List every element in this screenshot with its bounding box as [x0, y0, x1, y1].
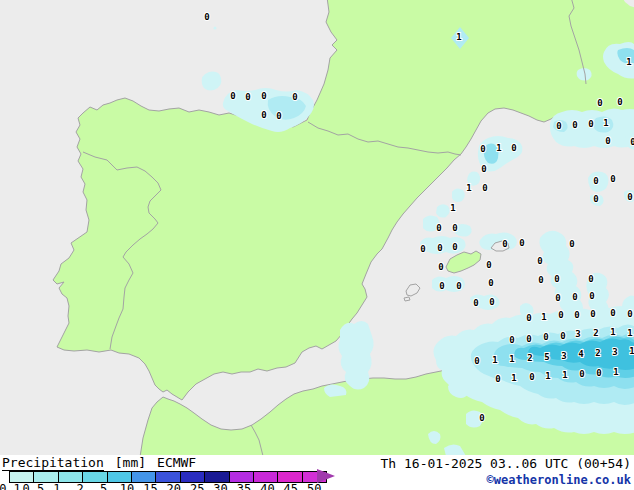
scale-tick-label: 45: [284, 482, 298, 490]
precip-value: 5: [544, 352, 549, 362]
precip-value: 0: [437, 243, 442, 253]
precip-value: 0: [589, 291, 594, 301]
precip-value: 0: [590, 309, 595, 319]
precip-value: 0: [574, 310, 579, 320]
precip-value: 0: [488, 278, 493, 288]
precip-value: 0: [519, 238, 524, 248]
precip-value: 0: [593, 176, 598, 186]
precip-value: 0: [420, 244, 425, 254]
precip-value: 0: [230, 91, 235, 101]
weather-map-screenshot: 0000000110000010001001010000000000000000…: [0, 0, 634, 490]
precip-value: 0: [480, 144, 485, 154]
precip-value: 0: [511, 143, 516, 153]
precip-value: 0: [627, 192, 632, 202]
scale-tick-label: 30: [213, 482, 227, 490]
precip-value: 0: [489, 297, 494, 307]
scale-tick-label: 40: [260, 482, 274, 490]
precip-value: 0: [204, 12, 209, 22]
timestamp: Th 16-01-2025 03..06 UTC (00+54): [381, 456, 631, 471]
precip-value: 0: [482, 183, 487, 193]
precip-value: 0: [597, 98, 602, 108]
precip-value: 0: [486, 260, 491, 270]
precip-value: 0: [526, 313, 531, 323]
precip-value: 1: [509, 354, 514, 364]
precip-value: 0: [537, 256, 542, 266]
precip-value: 0: [276, 111, 281, 121]
precip-value: 0: [292, 92, 297, 102]
scale-tick-label: 20: [167, 482, 181, 490]
precip-value: 1: [466, 183, 471, 193]
precip-value: 0: [495, 374, 500, 384]
precip-value: 0: [569, 239, 574, 249]
precip-value: 1: [492, 355, 497, 365]
scale-tick-label: 0.5: [23, 482, 45, 490]
precip-value: 0: [630, 137, 634, 147]
precip-value: 0: [558, 310, 563, 320]
scale-tick-label: 5: [100, 482, 107, 490]
scale-tick-label: 25: [190, 482, 204, 490]
scale-tick-label: 10: [120, 482, 134, 490]
precip-value: 0: [610, 308, 615, 318]
map-canvas: 0000000110000010001001010000000000000000…: [0, 0, 634, 490]
scale-tick-label: 35: [237, 482, 251, 490]
precip-value: 1: [496, 143, 501, 153]
precip-value: 0: [261, 91, 266, 101]
precip-value: 2: [595, 348, 600, 358]
scale-tick-label: 2: [77, 482, 84, 490]
precip-value: 0: [538, 275, 543, 285]
precip-value: 4: [578, 349, 584, 359]
watermark: ©weatheronline.co.uk: [487, 473, 632, 487]
precip-value: 1: [627, 328, 632, 338]
precip-value: 1: [456, 32, 461, 42]
precip-value: 0: [543, 332, 548, 342]
precip-value: 1: [541, 312, 546, 322]
precip-value: 0: [439, 281, 444, 291]
precip-value: 0: [560, 331, 565, 341]
precip-value: 1: [629, 346, 634, 356]
precip-value: 0: [452, 223, 457, 233]
precip-value: 1: [613, 367, 618, 377]
precip-value: 0: [627, 309, 632, 319]
precip-value: 1: [511, 373, 516, 383]
precip-value: 0: [456, 281, 461, 291]
precip-value: 1: [626, 57, 631, 67]
precip-value: 0: [596, 368, 601, 378]
precip-value: 0: [605, 136, 610, 146]
precip-value: 0: [529, 372, 534, 382]
precip-value: 0: [556, 121, 561, 131]
precip-value: 1: [603, 118, 608, 128]
precip-value: 0: [452, 242, 457, 252]
precip-value: 3: [575, 329, 580, 339]
precip-value: 0: [572, 120, 577, 130]
precip-value: 0: [261, 110, 266, 120]
legend-band: Precipitation [mm] ECMWF 0.10.5125101520…: [0, 455, 634, 490]
precip-value: 2: [593, 328, 598, 338]
precip-value: 3: [561, 351, 566, 361]
precip-value: 0: [555, 293, 560, 303]
precip-value: 0: [572, 292, 577, 302]
precip-value: 0: [526, 334, 531, 344]
precip-value: 0: [474, 356, 479, 366]
precip-value: 1: [610, 327, 615, 337]
precip-value: 2: [527, 353, 532, 363]
precip-value: 0: [245, 92, 250, 102]
precip-value: 0: [588, 119, 593, 129]
precip-value: 0: [554, 274, 559, 284]
precip-value: 0: [509, 335, 514, 345]
precip-dot: [214, 27, 217, 30]
precip-value: 0: [617, 97, 622, 107]
scale-tick-label: 1: [53, 482, 60, 490]
precip-value: 0: [593, 194, 598, 204]
scale-tick-label: 0.1: [0, 482, 21, 490]
precip-value: 0: [479, 413, 484, 423]
scale-tick-label: 50: [307, 482, 321, 490]
precip-value: 0: [481, 164, 486, 174]
precip-value: 0: [436, 223, 441, 233]
precip-value: 0: [473, 298, 478, 308]
scale-tick-label: 15: [143, 482, 157, 490]
precip-value: 3: [612, 347, 617, 357]
precip-value: 0: [438, 262, 443, 272]
precip-value: 0: [610, 174, 615, 184]
precip-value: 1: [545, 371, 550, 381]
precip-value: 1: [450, 203, 455, 213]
